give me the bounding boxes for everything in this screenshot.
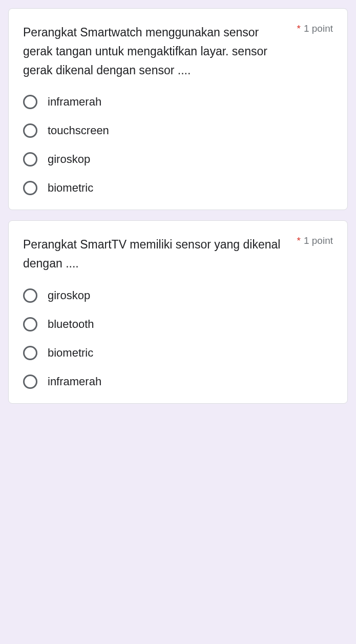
option-row[interactable]: biometric [23, 181, 333, 195]
radio-button-icon[interactable] [23, 123, 37, 138]
points-container: * 1 point [297, 23, 333, 34]
option-label: bluetooth [48, 318, 94, 331]
option-label: inframerah [48, 95, 101, 109]
radio-button-icon[interactable] [23, 317, 37, 331]
question-header: Perangkat SmartTV memiliki sensor yang d… [23, 235, 333, 273]
question-text: Perangkat SmartTV memiliki sensor yang d… [23, 235, 297, 273]
radio-button-icon[interactable] [23, 181, 37, 195]
option-label: biometric [48, 181, 93, 195]
radio-button-icon[interactable] [23, 95, 37, 109]
required-asterisk: * [297, 235, 301, 246]
option-row[interactable]: giroskop [23, 288, 333, 303]
option-row[interactable]: inframerah [23, 95, 333, 109]
radio-button-icon[interactable] [23, 375, 37, 389]
option-label: biometric [48, 346, 93, 360]
option-row[interactable]: touchscreen [23, 123, 333, 138]
option-label: giroskop [48, 289, 90, 302]
radio-button-icon[interactable] [23, 152, 37, 167]
question-card-2: Perangkat SmartTV memiliki sensor yang d… [8, 220, 348, 404]
option-row[interactable]: inframerah [23, 375, 333, 389]
option-row[interactable]: biometric [23, 346, 333, 360]
question-card-1: Perangkat Smartwatch menggunakan sensor … [8, 8, 348, 210]
points-label: 1 point [304, 23, 333, 34]
option-row[interactable]: bluetooth [23, 317, 333, 331]
options-list: giroskop bluetooth biometric inframerah [23, 288, 333, 389]
options-list: inframerah touchscreen giroskop biometri… [23, 95, 333, 195]
question-text: Perangkat Smartwatch menggunakan sensor … [23, 23, 297, 79]
required-asterisk: * [297, 23, 301, 34]
option-label: inframerah [48, 375, 101, 388]
radio-button-icon[interactable] [23, 346, 37, 360]
points-label: 1 point [304, 235, 333, 246]
option-label: giroskop [48, 153, 90, 166]
question-header: Perangkat Smartwatch menggunakan sensor … [23, 23, 333, 79]
option-row[interactable]: giroskop [23, 152, 333, 167]
option-label: touchscreen [48, 124, 109, 137]
radio-button-icon[interactable] [23, 288, 37, 303]
points-container: * 1 point [297, 235, 333, 246]
